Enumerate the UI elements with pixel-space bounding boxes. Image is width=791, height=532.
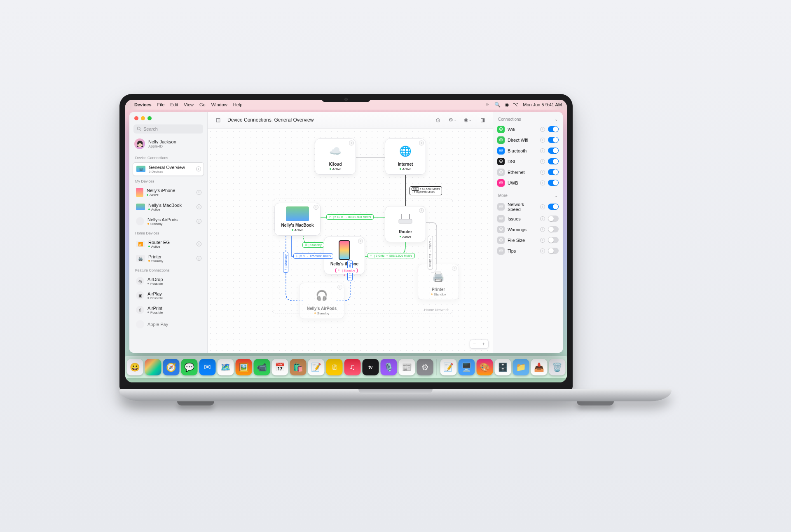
info-icon[interactable]: i [452, 266, 457, 271]
info-icon[interactable]: i [197, 256, 201, 261]
spotlight-icon[interactable]: 🔍 [494, 102, 501, 108]
info-icon[interactable]: i [314, 205, 318, 210]
dock-app[interactable]: ✉︎ [199, 359, 216, 375]
menubar-app-name[interactable]: Devices [134, 102, 152, 107]
wifi-status-icon[interactable]: ᯤ [485, 102, 490, 108]
menu-view[interactable]: View [184, 102, 194, 107]
history-button[interactable]: ◷ [433, 115, 443, 124]
dock-app[interactable]: 📝 [440, 359, 457, 375]
info-icon[interactable]: i [540, 180, 545, 185]
info-icon[interactable]: i [540, 204, 545, 209]
toggle-switch[interactable] [548, 226, 559, 232]
user-switch-icon[interactable]: ◉ [505, 102, 509, 108]
node-internet[interactable]: i 🌐 Internet Active [385, 138, 426, 175]
toggle-switch[interactable] [548, 126, 559, 132]
zoom-in-button[interactable]: + [479, 340, 488, 348]
menubar-datetime[interactable]: Mon Jun 5 9:41 AM [523, 102, 562, 107]
info-icon[interactable]: i [540, 170, 545, 175]
toggle-sidebar-button[interactable]: ◫ [213, 115, 223, 124]
sidebar-item-iphone[interactable]: Nelly's iPhoneActive i [133, 186, 204, 199]
info-icon[interactable]: i [196, 166, 201, 171]
dock-app[interactable]: 😀 [127, 359, 143, 375]
sidebar-item-apple-pay[interactable]: Apple Pay [133, 318, 204, 330]
sidebar-item-airpods[interactable]: Nelly's AirPodsStandby i [133, 215, 204, 228]
dock-app[interactable]: 🛍️ [290, 359, 307, 375]
info-icon[interactable]: i [540, 238, 545, 243]
info-icon[interactable]: i [540, 127, 545, 132]
device-canvas[interactable]: DSL↑ 42,5/50 Mbit/s ↓ 116,8/250 Mbit/s ᯤ… [208, 129, 493, 353]
info-icon[interactable]: i [540, 159, 545, 164]
info-icon[interactable]: i [337, 285, 342, 290]
dock-app[interactable]: 🖥️ [459, 359, 475, 375]
sidebar-user[interactable]: 👧🏻 Nelly Jackson Apple-ID [129, 137, 207, 153]
search-input[interactable]: Search [133, 124, 203, 134]
inspector-section-more[interactable]: More⌄ [497, 192, 559, 200]
dock-app[interactable]: 📰 [399, 359, 415, 375]
sidebar-item-general-overview[interactable]: ⊞ General Overview 5 Devices i [133, 162, 204, 176]
info-icon[interactable]: i [419, 208, 424, 213]
toggle-switch[interactable] [548, 137, 559, 143]
sidebar-item-airplay[interactable]: ▣ AirPlayPossible [133, 289, 204, 302]
info-icon[interactable]: i [358, 239, 363, 244]
node-router[interactable]: i Router Active [385, 206, 426, 242]
toggle-switch[interactable] [548, 169, 559, 175]
menu-help[interactable]: Help [233, 102, 243, 107]
inspector-section-connections[interactable]: Connections⌄ [497, 115, 559, 124]
dock-app[interactable]: 📥 [531, 359, 548, 375]
dock-app[interactable]: 🧭 [163, 359, 180, 375]
info-icon[interactable]: i [197, 219, 201, 224]
sidebar-item-airprint[interactable]: ⎙ AirPrintPossible [133, 304, 204, 316]
dock-app[interactable]: ⚙︎ [417, 359, 433, 375]
info-icon[interactable]: i [197, 204, 201, 209]
settings-dropdown-button[interactable]: ⚙︎⌄ [447, 115, 458, 124]
toggle-switch[interactable] [548, 148, 559, 154]
toggle-switch[interactable] [548, 158, 559, 164]
close-window-button[interactable] [134, 116, 138, 120]
sidebar-item-macbook[interactable]: Nelly's MacBookActive i [133, 201, 204, 213]
info-icon[interactable]: i [540, 148, 545, 153]
info-icon[interactable]: i [197, 241, 201, 246]
dock-app[interactable]: 🗺️ [218, 359, 234, 375]
fullscreen-window-button[interactable] [147, 116, 152, 120]
sidebar-item-printer[interactable]: 🖨️ PrinterStandby i [133, 252, 204, 265]
menu-edit[interactable]: Edit [170, 102, 178, 107]
toggle-switch[interactable] [548, 237, 559, 243]
info-icon[interactable]: i [540, 227, 545, 232]
menu-file[interactable]: File [157, 102, 165, 107]
dock-app[interactable]: 📝 [308, 359, 325, 375]
sidebar-item-airdrop[interactable]: ◎ AirDropPossible [133, 275, 204, 288]
control-center-icon[interactable]: ⌥ [513, 102, 519, 108]
dock-app[interactable]: 🗑️ [549, 359, 566, 375]
info-icon[interactable]: i [349, 141, 354, 145]
dock-app[interactable]: ♫ [344, 359, 361, 375]
share-dropdown-button[interactable]: ◉⌄ [462, 115, 473, 124]
toggle-switch[interactable] [548, 248, 559, 254]
dock-app[interactable]: 🖼️ [236, 359, 252, 375]
node-airpods[interactable]: i 🎧 Nelly's AirPods Standby [299, 283, 344, 319]
menu-window[interactable]: Window [211, 102, 227, 107]
menu-go[interactable]: Go [199, 102, 206, 107]
dock-app[interactable]: 🎨 [477, 359, 493, 375]
zoom-out-button[interactable]: − [470, 340, 479, 348]
node-printer[interactable]: i 🖨️ Printer Standby [418, 264, 459, 300]
dock-app[interactable]: ⎚ [326, 359, 343, 375]
dock-app[interactable]: 💬 [181, 359, 198, 375]
toggle-switch[interactable] [548, 180, 559, 186]
toggle-inspector-button[interactable]: ◨ [477, 115, 488, 124]
sidebar-item-router[interactable]: 📶 Router EGActive i [133, 238, 204, 251]
info-icon[interactable]: i [540, 138, 545, 143]
node-macbook[interactable]: i Nelly's MacBook Active [274, 203, 321, 236]
info-icon[interactable]: i [419, 141, 424, 145]
toggle-switch[interactable] [548, 204, 559, 210]
dock-app[interactable]: 🎙️ [381, 359, 397, 375]
dock-app[interactable]: 📅 [272, 359, 288, 375]
dock-app[interactable]: 🗄️ [495, 359, 511, 375]
minimize-window-button[interactable] [141, 116, 145, 120]
dock-app[interactable]: tv [363, 359, 379, 375]
node-icloud[interactable]: i ☁️ iCloud Active [315, 138, 356, 175]
dock-app[interactable] [145, 359, 161, 375]
info-icon[interactable]: i [540, 216, 545, 221]
toggle-switch[interactable] [548, 216, 559, 222]
info-icon[interactable]: i [540, 248, 545, 253]
info-icon[interactable]: i [197, 190, 201, 195]
